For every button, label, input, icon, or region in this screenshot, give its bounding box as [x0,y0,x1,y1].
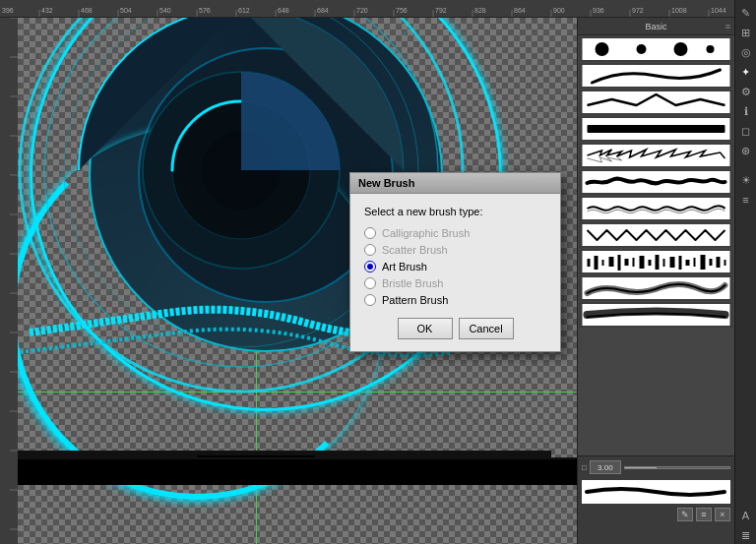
dialog-overlay: New Brush Select a new brush type: Calli… [0,0,728,544]
radio-group: Calligraphic Brush Scatter Brush Art Bru… [364,227,546,306]
new-brush-dialog: New Brush Select a new brush type: Calli… [349,172,561,352]
tool-icon-12[interactable]: ≣ [737,526,755,544]
tool-icon-6[interactable]: ℹ [737,102,755,120]
tool-icon-3[interactable]: ◎ [737,43,755,61]
tool-icon-2[interactable]: ⊞ [737,24,755,41]
radio-art[interactable]: Art Brush [364,261,546,272]
radio-label-pattern: Pattern Brush [382,294,448,306]
radio-label-scatter: Scatter Brush [382,244,448,256]
dialog-prompt: Select a new brush type: [364,206,546,217]
tool-icon-4[interactable]: ✦ [737,63,755,81]
dialog-buttons: OK Cancel [364,318,546,339]
radio-label-art: Art Brush [382,261,427,272]
radio-bristle[interactable]: Bristle Brush [364,277,546,289]
radio-calligraphic[interactable]: Calligraphic Brush [364,227,546,239]
radio-circle-bristle [364,277,376,289]
radio-circle-calligraphic [364,227,376,239]
tool-icon-10[interactable]: ≡ [737,191,755,209]
dialog-content: Select a new brush type: Calligraphic Br… [350,194,560,351]
radio-scatter[interactable]: Scatter Brush [364,244,546,256]
tool-icon-11[interactable]: A [737,507,755,524]
radio-label-bristle: Bristle Brush [382,277,443,289]
radio-pattern[interactable]: Pattern Brush [364,294,546,306]
dialog-title: New Brush [358,177,414,189]
dialog-title-bar[interactable]: New Brush [350,173,560,194]
tool-icon-7[interactable]: ◻ [737,122,755,140]
radio-circle-pattern [364,294,376,306]
radio-circle-art [364,261,376,272]
tool-icon-1[interactable]: ✎ [737,4,755,22]
radio-circle-scatter [364,244,376,256]
tool-icon-9[interactable]: ☀ [737,171,755,189]
tool-strip: ✎ ⊞ ◎ ✦ ⚙ ℹ ◻ ⊛ ☀ ≡ A ≣ [734,0,756,544]
tool-icon-5[interactable]: ⚙ [737,83,755,100]
ok-button[interactable]: OK [398,318,453,339]
tool-icon-8[interactable]: ⊛ [737,142,755,159]
radio-label-calligraphic: Calligraphic Brush [382,227,470,239]
cancel-button[interactable]: Cancel [459,318,514,339]
